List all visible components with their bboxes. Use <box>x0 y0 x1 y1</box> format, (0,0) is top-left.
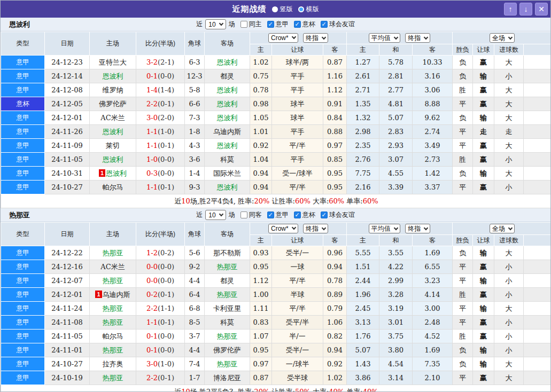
home-team: 莱切 <box>106 142 120 150</box>
avg-home-odds: 2.35 <box>347 139 379 153</box>
halftime-score: (1-1) <box>158 304 174 312</box>
avg-draw-odds: 3.80 <box>379 343 413 357</box>
corner-cell: 9-2 <box>185 260 205 274</box>
match-row: 意甲 24-12-01 1乌迪内斯 0-2(0-1) 6-4 热那亚 1.00 … <box>1 288 551 302</box>
odds-source-select[interactable]: Crow* <box>268 224 298 233</box>
home-cell: 热那亚 <box>90 302 136 316</box>
league-coppa-checkbox[interactable]: ✓ <box>294 211 301 218</box>
match-count-select[interactable]: 10 <box>205 19 226 29</box>
move-down-button[interactable]: ↓ <box>519 3 532 15</box>
same-venue-checkbox[interactable]: ✓ <box>240 211 247 218</box>
away-cell: 恩波利 <box>205 111 250 125</box>
final-index-value-2: 终指 <box>408 224 421 233</box>
away-cell: 热那亚 <box>205 260 250 274</box>
summary-row-text: 近10场,胜2平5负3, 胜率:20% 让胜率:50% 大率:40% 单率:40… <box>174 388 378 392</box>
move-up-button[interactable]: ↑ <box>504 3 517 15</box>
home-team: 亚特兰大 <box>99 58 127 66</box>
score-cell: 0-3(0-0) <box>136 167 185 181</box>
col-header-avg-draw: 和 <box>379 44 413 56</box>
result-goals: 小 <box>494 343 524 357</box>
avg-away-odds: 4.14 <box>413 288 453 302</box>
down-arrow-icon: ↓ <box>524 5 528 13</box>
league-cell: 意甲 <box>1 125 45 139</box>
result-outcome: 平 <box>453 274 473 288</box>
league-serie-a-checkbox[interactable]: ✓ <box>267 211 274 218</box>
handicap-line: 受半/一 <box>272 246 323 260</box>
summary-part: 大率: <box>311 388 329 392</box>
league-friendly-checkbox[interactable]: ✓ <box>321 211 328 218</box>
summary-part: 40% <box>329 388 344 392</box>
handicap-home-odds: 1.04 <box>250 153 272 167</box>
average-select[interactable]: 平均值 <box>369 224 400 233</box>
team-name: 恩波利 <box>1 20 30 29</box>
home-cell: 佛罗伦萨 <box>90 97 136 111</box>
league-cell: 意甲 <box>1 83 45 97</box>
avg-away-odds: 3.16 <box>413 69 453 83</box>
handicap-line: 受一/球半 <box>272 167 323 181</box>
filler-cell <box>524 316 551 330</box>
col-header-handicap-home: 主 <box>250 235 272 246</box>
away-team: 佛罗伦萨 <box>213 346 241 354</box>
odds-source-select[interactable]: Crow* <box>268 33 298 43</box>
away-cell: 科莫 <box>205 153 250 167</box>
league-cell: 意甲 <box>1 330 45 343</box>
match-row: 意甲 24-11-08 热那亚 1-1(0-1) 8-5 科莫 0.83 受平/… <box>1 316 551 330</box>
result-outcome: 平 <box>453 181 473 194</box>
radio-unchecked-icon <box>298 6 304 12</box>
chevron-down-icon <box>394 225 398 230</box>
handicap-line: 半球 <box>272 288 323 302</box>
corner-cell: 6-3 <box>185 56 205 69</box>
halftime-score: (0-0) <box>158 332 174 340</box>
fulltime-select[interactable]: 全场 <box>490 33 515 43</box>
home-team: 帕尔马 <box>103 183 123 191</box>
chevron-down-icon <box>291 225 296 230</box>
halftime-score: (1-0) <box>158 360 174 368</box>
close-icon: ✕ <box>538 5 545 13</box>
result-outcome: 平 <box>453 260 473 274</box>
filler-cell <box>524 56 551 69</box>
fulltime-select[interactable]: 全场 <box>490 224 515 233</box>
average-select[interactable]: 平均值 <box>369 33 400 43</box>
away-cell: 乌迪内斯 <box>205 125 250 139</box>
avg-home-odds: 5.55 <box>347 246 379 260</box>
summary-part: 场,胜2平5负3, 胜率: <box>190 388 254 392</box>
final-index-select-2[interactable]: 终指 <box>405 33 430 43</box>
score-cell: 1-0(0-0) <box>136 153 185 167</box>
away-team: 恩波利 <box>217 100 238 108</box>
handicap-home-odds: 0.94 <box>250 181 272 194</box>
home-team: 热那亚 <box>103 374 123 382</box>
close-button[interactable]: ✕ <box>535 3 548 15</box>
final-index-select[interactable]: 终指 <box>303 224 328 233</box>
fulltime-score: 0-0 <box>146 263 158 271</box>
league-serie-a-label: 意甲 <box>276 20 289 29</box>
match-row: 意甲 24-12-08 维罗纳 1-4(1-4) 5-8 恩波利 0.78 平手… <box>1 83 551 97</box>
match-count-select[interactable]: 10 <box>205 210 226 220</box>
final-index-select-2[interactable]: 终指 <box>405 224 430 233</box>
corner-cell: 6-8 <box>185 302 205 316</box>
fulltime-score: 0-3 <box>146 169 158 177</box>
home-cell: AC米兰 <box>90 111 136 125</box>
avg-home-odds: 2.44 <box>347 274 379 288</box>
league-friendly-checkbox[interactable]: ✓ <box>321 21 328 28</box>
fulltime-value: 全场 <box>492 34 505 43</box>
home-team: AC米兰 <box>100 263 125 271</box>
league-serie-a-checkbox[interactable]: ✓ <box>267 21 274 28</box>
result-handicap: 输 <box>473 69 494 83</box>
home-team: 维罗纳 <box>103 86 123 94</box>
away-team: 恩波利 <box>217 142 238 150</box>
halftime-score: (0-1) <box>158 100 174 108</box>
layout-horizontal-radio[interactable]: 横版 <box>298 5 319 14</box>
result-goals: 大 <box>494 139 524 153</box>
layout-vertical-radio[interactable]: 竖版 <box>272 5 293 14</box>
home-cell: 恩波利 <box>90 153 136 167</box>
league-coppa-checkbox[interactable]: ✓ <box>294 21 301 28</box>
result-outcome: 胜 <box>453 153 473 167</box>
up-arrow-icon: ↑ <box>509 5 513 13</box>
fulltime-score: 1-1 <box>146 318 158 326</box>
final-index-select[interactable]: 终指 <box>303 33 328 43</box>
same-venue-checkbox[interactable]: ✓ <box>240 21 247 28</box>
handicap-home-odds: 1.00 <box>250 288 272 302</box>
layout-vertical-label: 竖版 <box>280 5 293 14</box>
match-row: 意甲 24-10-19 热那亚 2-2(0-1) 1-7 博洛尼亚 0.87 受… <box>1 371 551 385</box>
matches-body: 意甲 24-12-22 热那亚 1-2(0-2) 5-6 那不勒斯 0.93 受… <box>1 246 551 385</box>
